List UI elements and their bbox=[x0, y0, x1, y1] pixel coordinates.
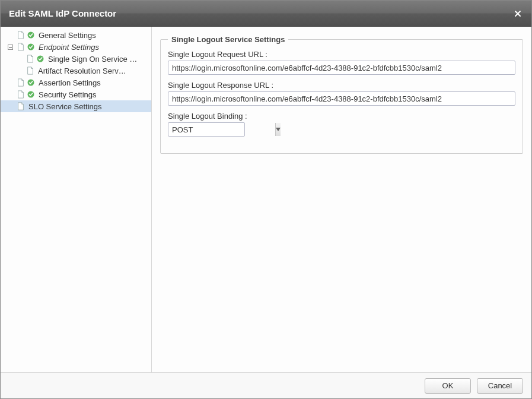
sidebar-item-label: Assertion Settings bbox=[39, 78, 101, 87]
dialog-edit-saml-idp-connector: Edit SAML IdP Connector General Settings bbox=[0, 0, 532, 399]
sidebar-tree: General Settings Endpoint Settings bbox=[1, 27, 152, 372]
sidebar-item-sso-service[interactable]: Single Sign On Service … bbox=[1, 53, 151, 65]
select-binding[interactable] bbox=[168, 122, 245, 137]
dialog-body: General Settings Endpoint Settings bbox=[1, 27, 531, 372]
sidebar-item-label: Endpoint Settings bbox=[39, 43, 99, 52]
sidebar-item-slo-service-settings[interactable]: SLO Service Settings bbox=[1, 100, 151, 112]
fieldset-legend: Single Logout Service Settings bbox=[168, 35, 288, 44]
sidebar-item-artifact-resolution[interactable]: Artifact Resolution Serv… bbox=[1, 65, 151, 77]
close-icon[interactable] bbox=[512, 8, 523, 19]
content-pane: Single Logout Service Settings Single Lo… bbox=[152, 27, 531, 372]
ok-button[interactable]: OK bbox=[425, 378, 471, 394]
input-request-url[interactable] bbox=[168, 61, 515, 75]
label-binding: Single Logout Binding : bbox=[168, 112, 515, 121]
fieldset-slo-settings: Single Logout Service Settings Single Lo… bbox=[160, 35, 523, 154]
page-icon bbox=[16, 78, 26, 87]
row-binding: Single Logout Binding : bbox=[168, 112, 515, 137]
cancel-button[interactable]: Cancel bbox=[477, 378, 523, 394]
check-icon bbox=[36, 54, 45, 64]
row-request-url: Single Logout Request URL : bbox=[168, 50, 515, 75]
page-icon bbox=[16, 30, 26, 40]
label-response-url: Single Logout Response URL : bbox=[168, 81, 515, 90]
page-icon bbox=[16, 102, 26, 111]
sidebar-item-assertion-settings[interactable]: Assertion Settings bbox=[1, 77, 151, 88]
dialog-title: Edit SAML IdP Connector bbox=[9, 8, 512, 18]
sidebar-item-label: Security Settings bbox=[39, 90, 97, 99]
page-icon bbox=[26, 54, 35, 64]
dialog-footer: OK Cancel bbox=[1, 372, 531, 398]
page-icon bbox=[16, 90, 26, 99]
check-icon bbox=[26, 30, 36, 40]
sidebar-item-label: General Settings bbox=[39, 31, 96, 40]
page-icon bbox=[16, 42, 26, 52]
row-response-url: Single Logout Response URL : bbox=[168, 81, 515, 106]
input-response-url[interactable] bbox=[168, 91, 515, 106]
sidebar-item-label: Artifact Resolution Serv… bbox=[38, 66, 126, 75]
titlebar: Edit SAML IdP Connector bbox=[1, 1, 531, 27]
check-icon bbox=[26, 90, 36, 99]
check-icon bbox=[26, 42, 36, 52]
select-binding-value[interactable] bbox=[168, 123, 275, 136]
page-icon bbox=[26, 66, 35, 75]
collapse-icon[interactable] bbox=[7, 43, 14, 50]
chevron-down-icon[interactable] bbox=[275, 123, 281, 136]
sidebar-item-endpoint-settings[interactable]: Endpoint Settings bbox=[1, 41, 151, 53]
sidebar-item-general-settings[interactable]: General Settings bbox=[1, 29, 151, 41]
sidebar-item-security-settings[interactable]: Security Settings bbox=[1, 88, 151, 100]
check-icon bbox=[26, 78, 36, 87]
label-request-url: Single Logout Request URL : bbox=[168, 50, 515, 59]
sidebar-item-label: SLO Service Settings bbox=[28, 102, 102, 111]
sidebar-item-label: Single Sign On Service … bbox=[48, 55, 137, 64]
